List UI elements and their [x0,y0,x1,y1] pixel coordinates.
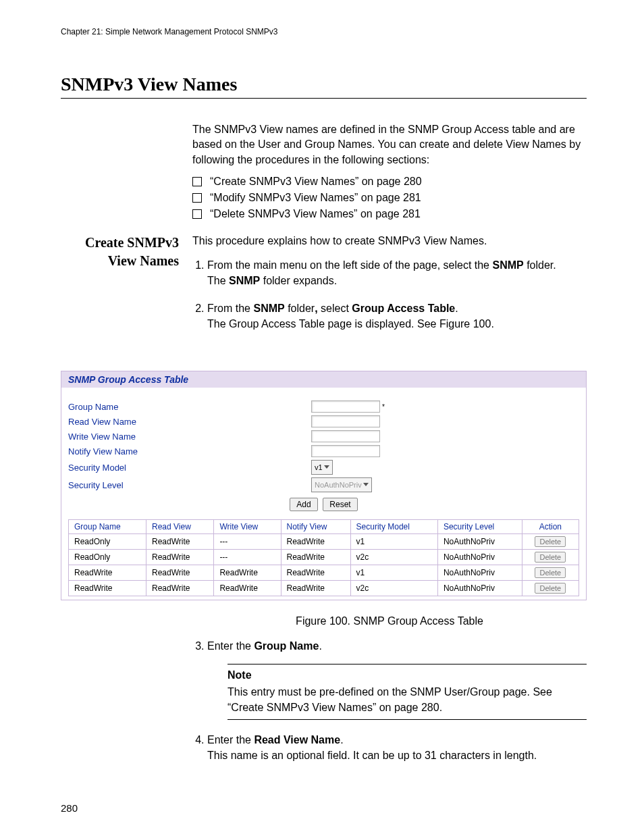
table-cell: v1 [350,534,437,550]
table-cell: ReadWrite [146,581,213,596]
input-group-name[interactable] [311,400,380,413]
delete-button[interactable]: Delete [535,567,566,578]
bold-text: Group Access Table [352,303,455,314]
table-cell: ReadWrite [69,581,146,596]
table-cell: --- [214,550,281,565]
table-cell: NoAuthNoPriv [437,534,522,550]
table-cell-action: Delete [522,550,579,565]
table-cell: v2c [350,581,437,596]
square-bullet-icon [192,193,202,203]
label-group-name: Group Name [68,402,311,412]
cross-ref-text: “Modify SNMPv3 View Names” on page 281 [210,192,421,204]
title-rule [61,98,587,99]
cross-ref-item: “Modify SNMPv3 View Names” on page 281 [192,192,587,204]
label-security-model: Security Model [68,463,311,473]
required-star-icon: * [382,403,385,411]
section-title: SNMPv3 View Names [61,74,587,95]
table-row: ReadOnlyReadWrite---ReadWritev2cNoAuthNo… [69,550,579,565]
select-security-model[interactable]: v1 [311,460,333,475]
table-cell: NoAuthNoPriv [437,565,522,581]
table-row: ReadWriteReadWriteReadWriteReadWritev2cN… [69,581,579,596]
step-text: . [340,734,343,746]
step-text: folder expands. [260,275,337,286]
reset-button[interactable]: Reset [323,498,357,511]
table-cell-action: Delete [522,581,579,596]
step-text: folder. [524,259,556,271]
col-write-view: Write View [214,520,281,534]
intro-paragraph: The SNMPv3 View names are defined in the… [192,122,587,167]
group-access-table: Group Name Read View Write View Notify V… [68,519,579,596]
table-cell: --- [214,534,281,550]
step-3: Enter the Group Name. Note This entry mu… [207,638,587,720]
chapter-header: Chapter 21: Simple Network Management Pr… [61,27,587,36]
note-text: This entry must be pre-defined on the SN… [227,684,587,715]
delete-button[interactable]: Delete [535,536,566,547]
table-cell: ReadWrite [281,534,350,550]
procedure-steps: From the main menu on the left side of t… [192,257,587,332]
step-text: This name is an optional field. It can b… [207,750,537,761]
table-cell: NoAuthNoPriv [437,581,522,596]
step-text: The Group Access Table page is displayed… [207,318,494,330]
table-cell: v2c [350,550,437,565]
table-cell: ReadWrite [69,565,146,581]
step-text: The [207,275,229,286]
square-bullet-icon [192,209,202,219]
cross-ref-list: “Create SNMPv3 View Names” on page 280 “… [192,176,587,220]
delete-button[interactable]: Delete [535,552,566,563]
table-cell: v1 [350,565,437,581]
step-text: Enter the [207,640,254,652]
delete-button[interactable]: Delete [535,583,566,594]
cross-ref-item: “Create SNMPv3 View Names” on page 280 [192,176,587,188]
step-1: From the main menu on the left side of t… [207,257,587,288]
input-notify-view[interactable] [311,445,380,457]
page-number: 280 [61,802,78,814]
select-security-level[interactable]: NoAuthNoPriv [311,477,372,492]
col-security-level: Security Level [437,520,522,534]
step-text: . [319,640,321,652]
bold-text: Group Name [254,640,319,652]
table-cell: ReadWrite [146,550,213,565]
col-group-name: Group Name [69,520,146,534]
table-cell: ReadWrite [146,565,213,581]
step-text: . [455,303,458,314]
bold-text: SNMP [492,259,523,271]
label-write-view: Write View Name [68,432,311,442]
table-cell: ReadOnly [69,550,146,565]
table-row: ReadOnlyReadWrite---ReadWritev1NoAuthNoP… [69,534,579,550]
add-button[interactable]: Add [290,498,317,511]
subsection-intro: This procedure explains how to create SN… [192,234,587,249]
table-cell: NoAuthNoPriv [437,550,522,565]
square-bullet-icon [192,177,202,186]
step-4: Enter the Read View Name. This name is a… [207,732,587,763]
table-cell: ReadWrite [281,565,350,581]
table-cell: ReadWrite [281,581,350,596]
col-notify-view: Notify View [281,520,350,534]
step-text: select [318,303,352,314]
label-read-view: Read View Name [68,417,311,427]
note-rule-bottom [227,719,587,720]
input-read-view[interactable] [311,415,380,427]
subsection-heading: Create SNMPv3 View Names [61,234,179,344]
cross-ref-text: “Create SNMPv3 View Names” on page 280 [210,176,422,188]
bold-text: Read View Name [254,734,340,746]
table-cell: ReadWrite [214,565,281,581]
table-cell: ReadWrite [281,550,350,565]
col-read-view: Read View [146,520,213,534]
note-rule-top [227,664,587,664]
cross-ref-item: “Delete SNMPv3 View Names” on page 281 [192,208,587,220]
step-text: folder [285,303,315,314]
figure-title-bar: SNMP Group Access Table [61,371,586,388]
note-label: Note [227,667,587,683]
label-security-level: Security Level [68,480,311,490]
col-security-model: Security Model [350,520,437,534]
input-write-view[interactable] [311,430,380,442]
figure-caption: Figure 100. SNMP Group Access Table [192,615,587,627]
bold-text: SNMP [229,275,260,286]
table-cell: ReadWrite [146,534,213,550]
cross-ref-text: “Delete SNMPv3 View Names” on page 281 [210,208,421,220]
table-cell: ReadWrite [214,581,281,596]
table-cell-action: Delete [522,565,579,581]
figure-snmp-group-access-table: SNMP Group Access Table Group Name * Rea… [61,371,587,600]
step-2: From the SNMP folder, select Group Acces… [207,301,587,332]
step-text: Enter the [207,734,254,746]
